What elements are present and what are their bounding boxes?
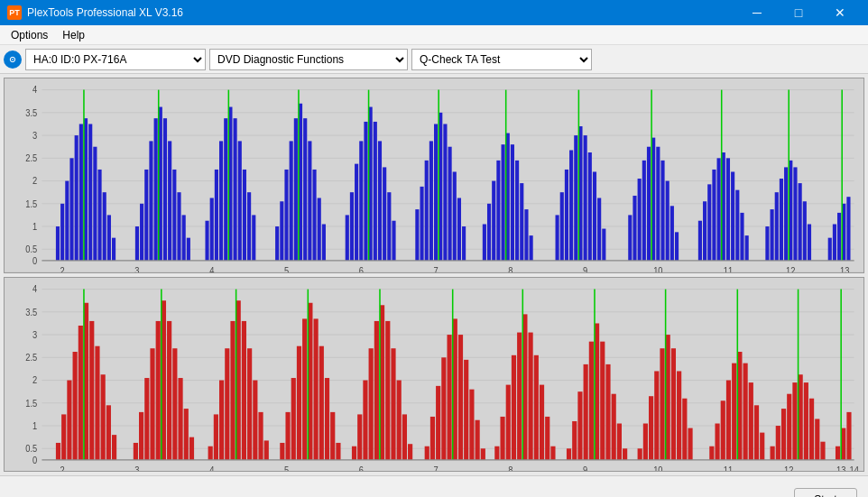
svg-rect-268 — [534, 354, 539, 459]
svg-rect-235 — [336, 442, 340, 459]
svg-rect-148 — [799, 183, 802, 261]
svg-rect-258 — [476, 419, 480, 459]
svg-text:7: 7 — [433, 265, 438, 272]
toolbar: ⊙ HA:0 ID:0 PX-716A DVD Diagnostic Funct… — [0, 45, 868, 74]
svg-rect-70 — [350, 192, 354, 261]
svg-rect-152 — [828, 238, 832, 261]
close-button[interactable]: ✕ — [819, 0, 861, 25]
svg-rect-66 — [318, 198, 321, 260]
svg-rect-289 — [660, 348, 664, 460]
svg-rect-79 — [392, 221, 395, 261]
svg-text:4: 4 — [32, 85, 37, 96]
app-title: PlexTools Professional XL V3.16 — [27, 6, 183, 19]
svg-rect-231 — [314, 318, 319, 459]
function-select[interactable]: DVD Diagnostic Functions — [209, 49, 408, 70]
svg-text:3: 3 — [134, 465, 139, 471]
title-bar: PT PlexTools Professional XL V3.16 ─ □ ✕ — [0, 0, 868, 25]
minimize-button[interactable]: ─ — [736, 0, 778, 25]
svg-rect-274 — [572, 420, 577, 459]
svg-text:2.5: 2.5 — [25, 152, 37, 163]
svg-rect-267 — [529, 332, 533, 459]
maximize-button[interactable]: □ — [778, 0, 819, 25]
svg-rect-249 — [425, 446, 429, 459]
svg-text:0: 0 — [32, 255, 37, 266]
svg-rect-238 — [357, 414, 362, 459]
svg-rect-203 — [144, 378, 149, 460]
svg-rect-87 — [443, 124, 447, 260]
svg-rect-113 — [593, 171, 596, 260]
svg-rect-222 — [258, 411, 263, 459]
svg-text:13: 13 — [840, 265, 850, 272]
svg-rect-149 — [803, 201, 807, 261]
svg-rect-197 — [101, 374, 106, 460]
svg-text:2.5: 2.5 — [25, 352, 37, 363]
action-section: Start i — [794, 488, 857, 497]
svg-rect-106 — [560, 192, 564, 261]
svg-rect-308 — [776, 426, 780, 460]
svg-rect-119 — [638, 179, 642, 261]
svg-rect-22 — [75, 135, 78, 261]
svg-rect-58 — [280, 201, 283, 261]
svg-rect-264 — [512, 354, 516, 459]
drive-icon: ⊙ — [4, 51, 22, 69]
svg-rect-81 — [415, 209, 419, 261]
svg-rect-156 — [846, 197, 850, 261]
svg-rect-25 — [88, 124, 92, 260]
svg-rect-111 — [584, 135, 587, 261]
svg-rect-137 — [735, 190, 739, 261]
svg-rect-129 — [698, 221, 702, 261]
svg-rect-241 — [374, 320, 379, 459]
window-controls: ─ □ ✕ — [736, 0, 861, 25]
svg-rect-294 — [688, 428, 692, 459]
svg-text:12: 12 — [786, 265, 796, 272]
svg-rect-196 — [95, 345, 99, 459]
svg-rect-270 — [545, 416, 549, 459]
svg-rect-35 — [149, 141, 152, 260]
svg-rect-83 — [425, 161, 429, 261]
svg-rect-234 — [330, 411, 335, 459]
svg-rect-78 — [387, 192, 391, 261]
svg-rect-240 — [369, 348, 374, 460]
svg-rect-117 — [628, 215, 632, 260]
svg-rect-298 — [721, 400, 725, 460]
svg-rect-232 — [319, 345, 324, 459]
svg-rect-213 — [208, 446, 213, 459]
svg-rect-21 — [69, 158, 73, 261]
menu-options[interactable]: Options — [4, 27, 55, 43]
svg-rect-269 — [540, 384, 544, 459]
svg-rect-296 — [709, 446, 714, 459]
menu-help[interactable]: Help — [55, 27, 92, 43]
menu-bar: Options Help — [0, 25, 868, 45]
svg-rect-210 — [184, 409, 189, 460]
svg-rect-216 — [225, 348, 229, 460]
drive-select[interactable]: HA:0 ID:0 PX-716A — [25, 49, 206, 70]
svg-rect-211 — [189, 437, 194, 459]
svg-rect-280 — [605, 364, 610, 459]
svg-rect-61 — [294, 118, 298, 261]
svg-rect-297 — [715, 423, 719, 459]
svg-rect-257 — [469, 389, 474, 459]
svg-text:4: 4 — [32, 283, 37, 294]
svg-rect-120 — [642, 161, 646, 261]
svg-rect-286 — [643, 423, 648, 459]
start-button[interactable]: Start — [794, 488, 857, 497]
test-select[interactable]: Q-Check TA Test — [411, 49, 592, 70]
svg-rect-33 — [140, 204, 143, 261]
svg-text:1: 1 — [32, 221, 37, 232]
svg-text:13: 13 — [836, 465, 846, 471]
svg-rect-228 — [297, 345, 301, 459]
svg-rect-250 — [430, 416, 435, 459]
svg-rect-190 — [61, 414, 66, 459]
svg-text:1.5: 1.5 — [25, 198, 37, 209]
svg-rect-283 — [623, 448, 627, 460]
svg-rect-215 — [219, 380, 224, 459]
svg-rect-60 — [290, 141, 293, 260]
svg-rect-262 — [500, 416, 504, 459]
svg-rect-204 — [150, 348, 154, 460]
svg-text:2: 2 — [32, 176, 37, 187]
svg-rect-34 — [144, 170, 148, 261]
svg-rect-277 — [589, 341, 594, 459]
svg-rect-291 — [671, 348, 676, 460]
svg-rect-90 — [457, 198, 461, 260]
svg-rect-121 — [647, 147, 651, 261]
